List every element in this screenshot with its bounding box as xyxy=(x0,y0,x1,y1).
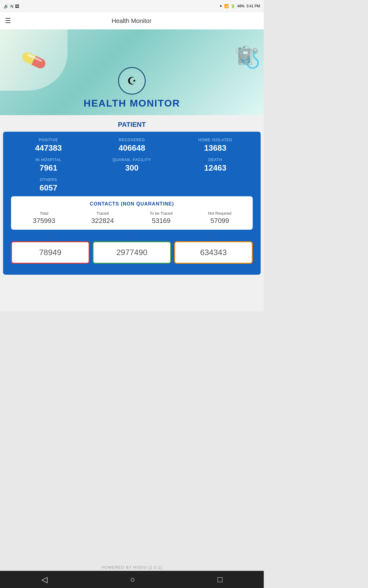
patient-stats-card: POSITIVE 447383 RECOVERED 406648 HOME IS… xyxy=(3,132,261,275)
stat-quarantine-facility: QUARAN. FACILITY 300 xyxy=(91,158,172,173)
stat-recovered: RECOVERED 406648 xyxy=(91,138,172,153)
stat-recovered-label: RECOVERED xyxy=(91,138,172,142)
stats-grid: POSITIVE 447383 RECOVERED 406648 HOME IS… xyxy=(8,138,256,193)
battery-icon: 🔋 xyxy=(231,4,235,8)
footer-text: POWERED BY HISDU (2.0.1) xyxy=(102,565,162,570)
bottom-boxes: 78949 2977490 634343 xyxy=(11,241,253,264)
stat-death-label: DEATH xyxy=(175,158,256,162)
footer: POWERED BY HISDU (2.0.1) xyxy=(0,565,264,570)
contact-to-be-traced: To be Traced 53169 xyxy=(133,211,189,225)
logo-symbol: ☪ xyxy=(127,75,136,87)
tick-3: | xyxy=(172,233,253,239)
stat-in-hospital-value: 7961 xyxy=(8,163,89,173)
stat-positive: POSITIVE 447383 xyxy=(8,138,89,153)
nav-recent-button[interactable]: □ xyxy=(218,575,223,584)
tick-row: | | | xyxy=(11,233,253,239)
signal-icon: 📶 xyxy=(224,4,229,8)
stat-positive-label: POSITIVE xyxy=(8,138,89,142)
contacts-grid: Total 375993 Traced 322824 To be Traced … xyxy=(16,211,248,225)
notification-icon: N xyxy=(10,4,13,9)
contact-not-required-label: Not Required xyxy=(192,211,248,216)
menu-button[interactable]: ☰ xyxy=(5,17,11,25)
app-bar-title: Health Monitor xyxy=(16,17,247,24)
bluetooth-icon: ✦ xyxy=(219,4,222,8)
contact-to-be-traced-value: 53169 xyxy=(133,217,189,225)
stethoscope-decoration: 🩺 xyxy=(202,29,264,85)
status-bar-left: 🔊 N 🖼 xyxy=(4,4,19,9)
box-red[interactable]: 78949 xyxy=(11,241,90,264)
hero-title: HEALTH MONITOR xyxy=(84,98,180,109)
contact-total: Total 375993 xyxy=(16,211,72,225)
stat-quarantine-facility-value: 300 xyxy=(91,163,172,173)
stat-home-isolated: HOME ISOLATED 13683 xyxy=(175,138,256,153)
contact-traced-value: 322824 xyxy=(75,217,131,225)
stat-home-isolated-label: HOME ISOLATED xyxy=(175,138,256,142)
wifi-icon: 🔊 xyxy=(4,4,9,9)
battery-percent: 48% xyxy=(237,4,244,8)
image-icon: 🖼 xyxy=(15,4,19,9)
stat-in-hospital-label: IN HOSPITAL xyxy=(8,158,89,162)
main-content: PATIENT POSITIVE 447383 RECOVERED 406648… xyxy=(0,115,264,311)
stat-others-value: 6057 xyxy=(8,183,89,193)
hero-banner: 💊 🩺 📓 ☪ HEALTH MONITOR xyxy=(0,29,264,115)
stat-death: DEATH 12463 xyxy=(175,158,256,173)
stat-others-label: OTHERS xyxy=(8,178,89,182)
box-green[interactable]: 2977490 xyxy=(93,241,171,264)
patient-section-label: PATIENT xyxy=(0,115,264,132)
contact-total-value: 375993 xyxy=(16,217,72,225)
contact-traced: Traced 322824 xyxy=(75,211,131,225)
contact-traced-label: Traced xyxy=(75,211,131,216)
tick-2: | xyxy=(92,233,172,239)
status-bar: 🔊 N 🖼 ✦ 📶 🔋 48% 3:41 PM xyxy=(0,0,264,12)
stat-positive-value: 447383 xyxy=(8,143,89,153)
pills-decoration: 💊 xyxy=(0,29,67,91)
contact-to-be-traced-label: To be Traced xyxy=(133,211,189,216)
clock: 3:41 PM xyxy=(246,4,260,8)
contacts-title: CONTACTS (NON QUARANTINE) xyxy=(16,201,248,207)
contacts-card: CONTACTS (NON QUARANTINE) Total 375993 T… xyxy=(11,196,253,230)
box-orange[interactable]: 634343 xyxy=(174,241,253,264)
contact-not-required-value: 57099 xyxy=(192,217,248,225)
stat-quarantine-facility-label: QUARAN. FACILITY xyxy=(91,158,172,162)
contact-total-label: Total xyxy=(16,211,72,216)
stat-recovered-value: 406648 xyxy=(91,143,172,153)
contact-not-required: Not Required 57099 xyxy=(192,211,248,225)
status-bar-right: ✦ 📶 🔋 48% 3:41 PM xyxy=(219,4,260,8)
tick-1: | xyxy=(11,233,92,239)
government-logo: ☪ xyxy=(118,67,146,95)
nav-back-button[interactable]: ◁ xyxy=(41,575,48,584)
app-bar: ☰ Health Monitor xyxy=(0,12,264,29)
stat-others: OTHERS 6057 xyxy=(8,178,89,193)
stat-death-value: 12463 xyxy=(175,163,256,173)
pills-icon: 💊 xyxy=(19,46,48,74)
notebook-decoration: 📓 xyxy=(236,48,255,66)
nav-home-button[interactable]: ○ xyxy=(130,575,135,584)
stat-home-isolated-value: 13683 xyxy=(175,143,256,153)
stat-in-hospital: IN HOSPITAL 7961 xyxy=(8,158,89,173)
nav-bar: ◁ ○ □ xyxy=(0,571,264,588)
